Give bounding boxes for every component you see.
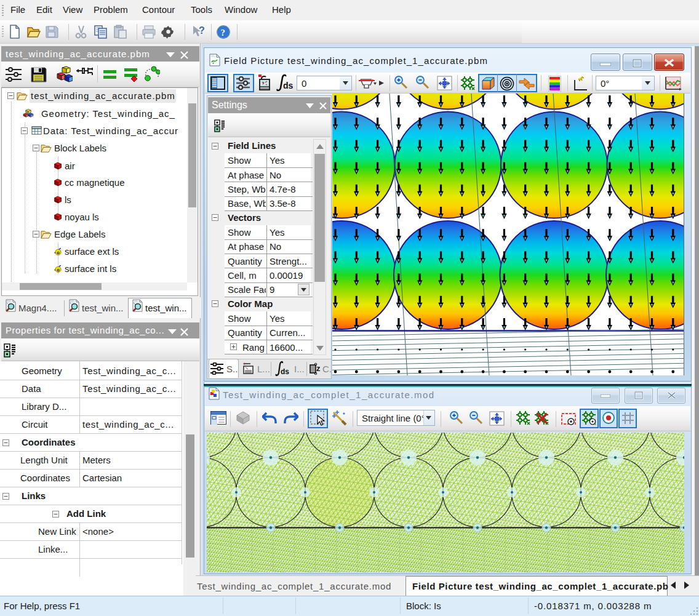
svg-text:z: z — [316, 364, 321, 373]
svg-text:ds: ds — [283, 81, 294, 90]
svg-text:ds: ds — [281, 367, 289, 376]
svg-text:?: ? — [221, 28, 226, 38]
svg-text:o: o — [57, 267, 60, 273]
svg-text:?: ? — [199, 25, 205, 36]
svg-text:o: o — [57, 250, 60, 255]
